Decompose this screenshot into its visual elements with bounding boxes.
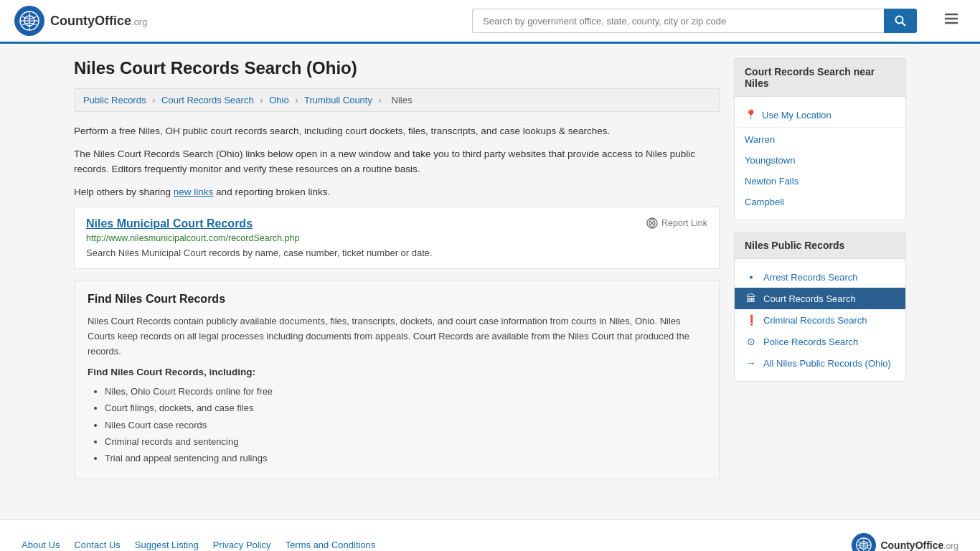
public-records-link-label: Police Records Search xyxy=(763,336,858,347)
breadcrumb: Public Records › Court Records Search › … xyxy=(74,88,720,112)
new-links-link[interactable]: new links xyxy=(174,187,214,197)
footer-link[interactable]: Suggest Listing xyxy=(135,540,199,550)
location-icon: 📍 xyxy=(745,109,757,121)
page-container: Niles Court Records Search (Ohio) Public… xyxy=(60,44,920,505)
public-records-link[interactable]: ▪Arrest Records Search xyxy=(735,266,905,288)
use-location-label: Use My Location xyxy=(762,110,831,121)
nearby-links: WarrenYoungstownNewton FallsCampbell xyxy=(735,129,905,212)
intro-p3-prefix: Help others by sharing xyxy=(74,187,174,197)
report-link-button[interactable]: Report Link xyxy=(646,217,707,229)
report-icon xyxy=(646,217,658,229)
find-court-records-section: Find Niles Court Records Niles Court Rec… xyxy=(74,281,720,479)
intro-p1: Perform a free Niles, OH public court re… xyxy=(74,123,720,139)
public-records-header: Niles Public Records xyxy=(735,232,905,259)
public-records-link-icon: ❗ xyxy=(745,314,758,326)
page-title: Niles Court Records Search (Ohio) xyxy=(74,58,720,78)
breadcrumb-court-records[interactable]: Court Records Search xyxy=(161,95,254,105)
breadcrumb-trumbull[interactable]: Trumbull County xyxy=(304,95,372,105)
intro-p3: Help others by sharing new links and rep… xyxy=(74,184,720,200)
report-link-label: Report Link xyxy=(661,218,707,228)
find-list-item: Niles, Ohio Court Records online for fre… xyxy=(105,383,706,400)
footer-logo-icon xyxy=(852,533,876,551)
public-records-link-label: Court Records Search xyxy=(763,293,856,304)
footer-link[interactable]: About Us xyxy=(22,540,60,550)
site-logo[interactable]: CountyOffice.org xyxy=(14,6,147,36)
public-records-link[interactable]: ❗Criminal Records Search xyxy=(735,309,905,331)
footer-logo: CountyOffice.org xyxy=(852,533,958,551)
use-my-location[interactable]: 📍 Use My Location xyxy=(735,104,905,126)
search-bar xyxy=(472,9,917,33)
breadcrumb-sep3: › xyxy=(295,95,298,105)
logo-org: .org xyxy=(131,17,147,27)
record-entry: Report Link Niles Municipal Court Record… xyxy=(74,207,720,269)
find-section-list: Niles, Ohio Court Records online for fre… xyxy=(88,383,706,467)
public-records-box: Niles Public Records ▪Arrest Records Sea… xyxy=(734,232,906,382)
find-list-item: Trial and appeal sentencing and rulings xyxy=(105,450,706,466)
logo-icon xyxy=(14,6,44,36)
public-records-body: ▪Arrest Records Search🏛Court Records Sea… xyxy=(735,259,905,381)
public-records-link-icon: ⊙ xyxy=(745,336,758,347)
divider xyxy=(735,127,905,128)
nearby-link[interactable]: Youngstown xyxy=(735,150,905,171)
nearby-box: Court Records Search near Niles 📍 Use My… xyxy=(734,58,906,220)
intro-p3-suffix: and reporting broken links. xyxy=(213,187,330,197)
nearby-link[interactable]: Newton Falls xyxy=(735,171,905,192)
breadcrumb-public-records[interactable]: Public Records xyxy=(83,95,146,105)
logo-name: CountyOffice xyxy=(50,14,131,28)
record-entry-title[interactable]: Niles Municipal Court Records xyxy=(86,217,707,230)
footer-link[interactable]: Privacy Policy xyxy=(213,540,271,550)
intro-p2: The Niles Court Records Search (Ohio) li… xyxy=(74,146,720,177)
nearby-link[interactable]: Campbell xyxy=(735,192,905,212)
footer-link[interactable]: Terms and Conditions xyxy=(286,540,376,550)
public-records-link-label: All Niles Public Records (Ohio) xyxy=(763,358,891,369)
public-records-link-label: Arrest Records Search xyxy=(763,272,858,283)
find-section-p1: Niles Court Records contain publicly ava… xyxy=(88,314,706,359)
search-input[interactable] xyxy=(472,9,884,33)
hamburger-icon xyxy=(943,10,960,27)
footer-links: About UsContact UsSuggest ListingPrivacy… xyxy=(22,540,375,550)
record-entry-url[interactable]: http://www.nilesmunicipalcourt.com/recor… xyxy=(86,233,707,243)
nearby-link[interactable]: Warren xyxy=(735,129,905,150)
breadcrumb-sep4: › xyxy=(379,95,382,105)
site-footer: About UsContact UsSuggest ListingPrivacy… xyxy=(0,519,980,551)
search-button[interactable] xyxy=(884,9,917,33)
breadcrumb-niles: Niles xyxy=(392,95,413,105)
footer-link[interactable]: Contact Us xyxy=(74,540,120,550)
public-records-link-icon: ▪ xyxy=(745,271,758,283)
footer-logo-org: .org xyxy=(943,541,958,551)
find-list-item: Court filings, dockets, and case files xyxy=(105,400,706,416)
public-records-link-icon: → xyxy=(745,357,758,369)
public-records-link[interactable]: 🏛Court Records Search xyxy=(735,288,905,309)
svg-point-4 xyxy=(896,17,903,24)
find-section-heading: Find Niles Court Records xyxy=(88,293,706,306)
find-section-subheading: Find Niles Court Records, including: xyxy=(88,367,706,377)
find-list-item: Criminal records and sentencing xyxy=(105,433,706,450)
footer-logo-name: CountyOffice xyxy=(880,540,943,551)
find-list-item: Niles Court case records xyxy=(105,417,706,433)
search-icon xyxy=(895,15,906,27)
public-records-link-label: Criminal Records Search xyxy=(763,315,867,326)
nearby-header: Court Records Search near Niles xyxy=(735,59,905,97)
breadcrumb-ohio[interactable]: Ohio xyxy=(269,95,288,105)
nearby-body: 📍 Use My Location WarrenYoungstownNewton… xyxy=(735,97,905,220)
record-entry-desc: Search Niles Municipal Court records by … xyxy=(86,248,707,258)
main-content: Niles Court Records Search (Ohio) Public… xyxy=(74,58,720,491)
breadcrumb-sep1: › xyxy=(152,95,155,105)
svg-line-5 xyxy=(903,23,906,27)
breadcrumb-sep2: › xyxy=(260,95,263,105)
site-header: CountyOffice.org xyxy=(0,0,980,44)
public-records-link-icon: 🏛 xyxy=(745,293,758,304)
public-records-link[interactable]: →All Niles Public Records (Ohio) xyxy=(735,352,905,374)
public-records-link[interactable]: ⊙Police Records Search xyxy=(735,331,905,352)
sidebar: Court Records Search near Niles 📍 Use My… xyxy=(734,58,906,491)
menu-button[interactable] xyxy=(937,7,966,34)
